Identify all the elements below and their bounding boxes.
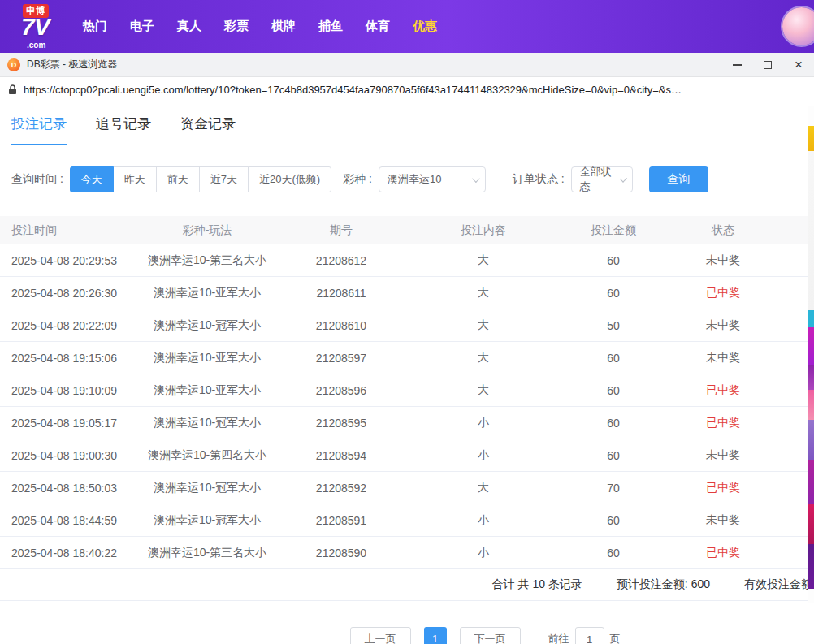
time-filter-last-7-days[interactable]: 近7天	[199, 166, 249, 192]
filter-bar: 查询时间 : 今天昨天前天近7天近20天(低频) 彩种 : 澳洲幸运10 订单状…	[11, 166, 803, 192]
goto-page-suffix: 页	[610, 632, 621, 644]
nav-item-promos[interactable]: 优惠	[413, 19, 437, 34]
bet-amount: 60	[565, 417, 662, 430]
url-text[interactable]: https://ctopcp02pcali.uengi5e.com/lotter…	[24, 84, 682, 96]
tab-chase-records[interactable]: 追号记录	[96, 116, 151, 145]
play-name: 澳洲幸运10-冠军大小	[134, 481, 280, 495]
table-row: 2025-04-08 19:10:09澳洲幸运10-亚军大小21208596大6…	[0, 374, 814, 407]
table-row: 2025-04-08 19:15:06澳洲幸运10-亚军大小21208597大6…	[0, 342, 814, 374]
chevron-down-icon	[620, 175, 627, 182]
bet-records-table: 投注时间彩种-玩法期号投注内容投注金额状态 2025-04-08 20:29:5…	[0, 216, 814, 569]
pagination-inner: 上一页 1 下一页 前往 页	[350, 627, 621, 644]
bet-content: 大	[402, 383, 565, 398]
bet-amount: 60	[565, 352, 662, 365]
period-number: 21208612	[280, 254, 402, 267]
close-button[interactable]: ×	[783, 53, 814, 77]
nav-item-chess[interactable]: 棋牌	[271, 19, 296, 34]
column-header-3: 期号	[280, 223, 402, 238]
table-row: 2025-04-08 19:00:30澳洲幸运10-第四名大小21208594小…	[0, 439, 814, 472]
maximize-button[interactable]	[752, 53, 783, 77]
bet-status: 已中奖	[662, 416, 784, 430]
play-name: 澳洲幸运10-第三名大小	[134, 546, 280, 560]
bet-amount: 60	[565, 384, 662, 397]
top-nav-items: 热门电子真人彩票棋牌捕鱼体育优惠	[83, 19, 437, 34]
play-name: 澳洲幸运10-冠军大小	[134, 318, 280, 333]
prev-page-button[interactable]: 上一页	[350, 627, 411, 644]
browser-titlebar: D DB彩票 - 极速浏览器 ×	[0, 53, 814, 77]
tab-fund-records[interactable]: 资金记录	[180, 116, 236, 145]
time-filter-today[interactable]: 今天	[70, 166, 114, 192]
bet-content: 大	[402, 318, 565, 333]
bet-status: 已中奖	[662, 546, 784, 560]
table-row: 2025-04-08 19:05:17澳洲幸运10-冠军大小21208595小6…	[0, 407, 814, 439]
bet-status: 未中奖	[662, 448, 784, 463]
bet-status: 已中奖	[662, 383, 784, 398]
time-filter-day-before-yesterday[interactable]: 前天	[156, 166, 200, 192]
lock-icon	[8, 84, 17, 95]
window-controls: ×	[721, 53, 814, 77]
column-header-6: 状态	[662, 223, 784, 238]
column-header-4: 投注内容	[402, 223, 565, 238]
bet-time: 2025-04-08 18:40:22	[0, 547, 134, 560]
time-filter-last-20-days-low-freq[interactable]: 近20天(低频)	[248, 166, 331, 192]
lottery-type-value: 澳洲幸运10	[388, 172, 441, 187]
table-row: 2025-04-08 18:44:59澳洲幸运10-冠军大小21208591小6…	[0, 504, 814, 537]
nav-item-lottery[interactable]: 彩票	[224, 19, 249, 34]
bet-amount: 60	[565, 514, 662, 527]
bet-content: 大	[402, 481, 565, 495]
tab-bet-records[interactable]: 投注记录	[11, 116, 67, 145]
nav-item-fishing[interactable]: 捕鱼	[318, 19, 343, 34]
nav-item-live[interactable]: 真人	[177, 19, 201, 34]
browser-urlbar[interactable]: https://ctopcp02pcali.uengi5e.com/lotter…	[0, 77, 814, 102]
minimize-icon	[733, 64, 742, 66]
bet-time: 2025-04-08 20:22:09	[0, 319, 134, 332]
bet-amount: 70	[565, 482, 662, 495]
bet-status: 未中奖	[662, 253, 784, 268]
play-name: 澳洲幸运10-亚军大小	[134, 286, 280, 300]
column-header-2: 彩种-玩法	[134, 223, 280, 238]
table-row: 2025-04-08 18:40:22澳洲幸运10-第三名大小21208590小…	[0, 537, 814, 569]
bet-status: 未中奖	[662, 513, 784, 528]
lottery-type-label: 彩种 :	[343, 172, 372, 187]
logo-main-text: 7V	[21, 13, 50, 41]
time-filter-yesterday[interactable]: 昨天	[113, 166, 157, 192]
next-page-button[interactable]: 下一页	[460, 627, 521, 644]
nav-item-hot[interactable]: 热门	[83, 19, 107, 34]
goto-page-input[interactable]	[575, 627, 604, 644]
bet-content: 大	[402, 351, 565, 365]
period-number: 21208597	[280, 352, 402, 365]
screen: 申博 7V .com 热门电子真人彩票棋牌捕鱼体育优惠 D DB彩票 - 极速浏…	[0, 0, 814, 644]
period-number: 21208595	[280, 417, 402, 430]
browser-window-title: DB彩票 - 极速浏览器	[27, 58, 117, 71]
bet-content: 小	[402, 448, 565, 463]
time-filter-label: 查询时间 :	[11, 172, 63, 187]
browser-favicon-icon: D	[7, 58, 20, 71]
order-status-select[interactable]: 全部状态	[571, 166, 633, 192]
summary-valid-amount: 有效投注金额	[744, 577, 812, 592]
logo-sub-text: .com	[27, 41, 45, 50]
play-name: 澳洲幸运10-冠军大小	[134, 513, 280, 528]
bet-time: 2025-04-08 18:50:03	[0, 482, 134, 495]
summary-total-records: 合计 共 10 条记录	[492, 577, 582, 592]
nav-item-sports[interactable]: 体育	[366, 19, 390, 34]
user-avatar[interactable]	[782, 7, 814, 45]
nav-item-slots[interactable]: 电子	[130, 19, 154, 34]
summary-expected-amount: 预计投注金额: 600	[617, 577, 710, 592]
period-number: 21208611	[280, 287, 402, 300]
search-button[interactable]: 查询	[649, 166, 708, 192]
minimize-button[interactable]	[721, 53, 752, 77]
bet-amount: 60	[565, 547, 662, 560]
tabs: 投注记录追号记录资金记录	[0, 102, 814, 145]
lottery-type-select[interactable]: 澳洲幸运10	[379, 166, 486, 192]
table-row: 2025-04-08 20:22:09澳洲幸运10-冠军大小21208610大5…	[0, 309, 814, 342]
site-logo[interactable]: 申博 7V .com	[21, 3, 68, 50]
bet-content: 小	[402, 513, 565, 528]
bet-time: 2025-04-08 19:10:09	[0, 384, 134, 397]
play-name: 澳洲幸运10-亚军大小	[134, 351, 280, 365]
time-filter-group: 今天昨天前天近7天近20天(低频)	[70, 166, 331, 192]
period-number: 21208596	[280, 384, 402, 397]
bet-status: 已中奖	[662, 286, 784, 300]
current-page-button[interactable]: 1	[424, 627, 447, 644]
bet-status: 已中奖	[662, 481, 784, 495]
order-status-value: 全部状态	[580, 165, 613, 194]
